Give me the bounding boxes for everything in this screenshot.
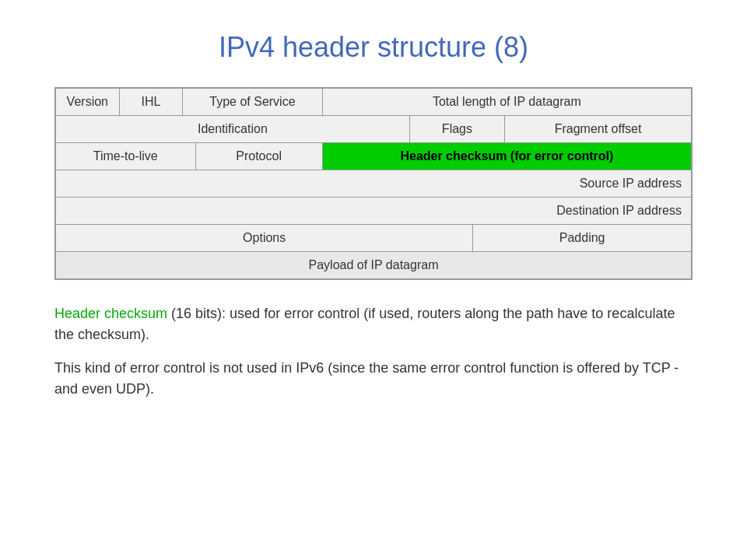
cell-dest: Destination IP address [56,198,691,224]
header-row-5: Destination IP address [56,198,691,225]
ipv4-diagram: Version IHL Type of Service Total length… [54,87,693,280]
cell-tos: Type of Service [183,89,323,115]
cell-identification: Identification [56,116,410,142]
header-row-4: Source IP address [56,170,691,198]
header-row-3: Time-to-live Protocol Header checksum (f… [56,143,691,170]
cell-fragment: Fragment offset [505,116,691,142]
cell-options: Options [56,225,473,251]
cell-ihl: IHL [120,89,184,115]
cell-source: Source IP address [56,170,691,197]
cell-padding: Padding [473,225,691,251]
cell-total-length: Total length of IP datagram [323,89,691,115]
description-para2: This kind of error control is not used i… [54,358,693,400]
page-title: IPv4 header structure (8) [31,31,716,64]
cell-payload: Payload of IP datagram [56,252,691,278]
cell-flags: Flags [410,116,505,142]
header-row-2: Identification Flags Fragment offset [56,116,691,143]
cell-version: Version [56,89,120,115]
cell-ttl: Time-to-live [56,143,196,170]
header-row-6: Options Padding [56,225,691,252]
cell-protocol: Protocol [196,143,323,170]
description-para1: Header checksum (16 bits): used for erro… [54,303,693,345]
highlight-checksum: Header checksum [54,306,167,321]
header-row-1: Version IHL Type of Service Total length… [56,89,691,116]
header-row-7: Payload of IP datagram [56,252,691,278]
description-section: Header checksum (16 bits): used for erro… [54,303,693,400]
cell-checksum: Header checksum (for error control) [323,143,691,170]
